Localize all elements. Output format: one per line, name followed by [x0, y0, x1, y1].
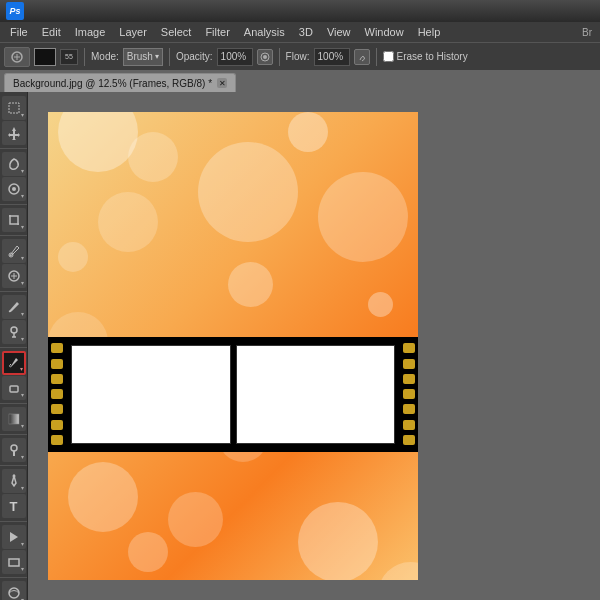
film-frame-1: [71, 345, 231, 444]
tone-tools: ▾: [0, 438, 27, 466]
tab-close-button[interactable]: ✕: [217, 78, 227, 88]
history-brush-button[interactable]: ▾: [2, 351, 26, 375]
3d-tools: ▾: [0, 581, 27, 600]
svg-point-13: [11, 327, 17, 333]
film-hole: [51, 359, 63, 369]
document-canvas: [48, 112, 418, 580]
svg-rect-14: [10, 386, 18, 392]
eyedropper-tool-button[interactable]: ▾: [2, 239, 26, 263]
ps-logo: Ps: [6, 2, 24, 20]
brush-tool-button[interactable]: ▾: [2, 295, 26, 319]
quick-select-button[interactable]: ▾: [2, 177, 26, 201]
path-tools: ▾ ▾: [0, 525, 27, 578]
selection-tools: ▾: [0, 96, 27, 149]
film-hole: [403, 374, 415, 384]
menu-edit[interactable]: Edit: [36, 24, 67, 40]
tool-preset-picker[interactable]: [4, 47, 30, 67]
film-hole: [51, 374, 63, 384]
film-frames: [66, 337, 400, 452]
eraser-tool-button[interactable]: ▾: [2, 376, 26, 400]
move-tool-button[interactable]: [2, 121, 26, 145]
mode-label: Mode:: [91, 51, 119, 62]
svg-point-18: [12, 475, 15, 478]
opacity-airbrush-icon[interactable]: [257, 49, 273, 65]
menu-file[interactable]: File: [4, 24, 34, 40]
tab-title: Background.jpg @ 12.5% (Frames, RGB/8) *: [13, 78, 212, 89]
film-frame-2: [236, 345, 396, 444]
marquee-tool-button[interactable]: ▾: [2, 96, 26, 120]
pen-tool-button[interactable]: ▾: [2, 469, 26, 493]
menu-3d[interactable]: 3D: [293, 24, 319, 40]
bridge-button[interactable]: Br: [582, 27, 596, 38]
film-hole: [403, 420, 415, 430]
retouch-tools: ▾ ▾: [0, 239, 27, 292]
svg-marker-6: [8, 127, 20, 140]
path-selection-button[interactable]: ▾: [2, 525, 26, 549]
canvas-area: [28, 92, 600, 600]
history-tools: ▾ ▾: [0, 351, 27, 404]
menu-window[interactable]: Window: [359, 24, 410, 40]
film-hole: [403, 359, 415, 369]
film-hole: [403, 343, 415, 353]
paint-tools: ▾ ▾: [0, 295, 27, 348]
svg-point-8: [12, 187, 16, 191]
crop-tools: ▾: [0, 208, 27, 236]
svg-point-16: [11, 445, 17, 451]
film-strip: [48, 337, 418, 452]
main-area: ▾ ▾ ▾ ▾ ▾: [0, 92, 600, 600]
dodge-tool-button[interactable]: ▾: [2, 438, 26, 462]
brush-color-swatch[interactable]: [34, 48, 56, 66]
clone-stamp-button[interactable]: ▾: [2, 320, 26, 344]
film-hole: [51, 343, 63, 353]
lasso-tool-button[interactable]: ▾: [2, 152, 26, 176]
brush-size-display: 55: [60, 49, 78, 65]
title-bar: Ps: [0, 0, 600, 22]
film-hole: [51, 404, 63, 414]
svg-rect-20: [9, 559, 19, 566]
film-hole: [403, 389, 415, 399]
document-tab[interactable]: Background.jpg @ 12.5% (Frames, RGB/8) *…: [4, 73, 236, 92]
vector-tools: ▾ T: [0, 469, 27, 522]
menu-help[interactable]: Help: [412, 24, 447, 40]
options-bar: 55 Mode: Brush ▾ Opacity: 100% Flow: 100…: [0, 42, 600, 70]
opacity-label: Opacity:: [176, 51, 213, 62]
type-tool-button[interactable]: T: [2, 494, 26, 518]
3d-rotate-button[interactable]: ▾: [2, 581, 26, 600]
svg-point-4: [263, 55, 267, 59]
gradient-tool-button[interactable]: ▾: [2, 407, 26, 431]
flow-label: Flow:: [286, 51, 310, 62]
film-hole: [403, 404, 415, 414]
menu-filter[interactable]: Filter: [199, 24, 235, 40]
svg-rect-15: [9, 414, 19, 424]
crop-tool-button[interactable]: ▾: [2, 208, 26, 232]
svg-rect-5: [9, 103, 19, 113]
svg-marker-19: [10, 532, 18, 542]
menu-image[interactable]: Image: [69, 24, 112, 40]
healing-brush-button[interactable]: ▾: [2, 264, 26, 288]
mode-dropdown[interactable]: Brush ▾: [123, 48, 163, 66]
flow-airbrush-icon[interactable]: [354, 49, 370, 65]
lasso-tools: ▾ ▾: [0, 152, 27, 205]
flow-field[interactable]: 100%: [314, 48, 350, 66]
film-hole: [51, 389, 63, 399]
menu-bar: File Edit Image Layer Select Filter Anal…: [0, 22, 600, 42]
svg-point-21: [9, 588, 19, 598]
film-hole: [51, 420, 63, 430]
film-hole: [403, 435, 415, 445]
tab-bar: Background.jpg @ 12.5% (Frames, RGB/8) *…: [0, 70, 600, 92]
menu-layer[interactable]: Layer: [113, 24, 153, 40]
film-holes-left: [48, 337, 66, 452]
opacity-field[interactable]: 100%: [217, 48, 253, 66]
shape-tool-button[interactable]: ▾: [2, 550, 26, 574]
menu-select[interactable]: Select: [155, 24, 198, 40]
menu-analysis[interactable]: Analysis: [238, 24, 291, 40]
menu-view[interactable]: View: [321, 24, 357, 40]
film-holes-right: [400, 337, 418, 452]
erase-to-history-label[interactable]: Erase to History: [383, 51, 468, 62]
fill-tools: ▾: [0, 407, 27, 435]
erase-to-history-checkbox[interactable]: [383, 51, 394, 62]
tool-panel: ▾ ▾ ▾ ▾ ▾: [0, 92, 28, 600]
film-hole: [51, 435, 63, 445]
